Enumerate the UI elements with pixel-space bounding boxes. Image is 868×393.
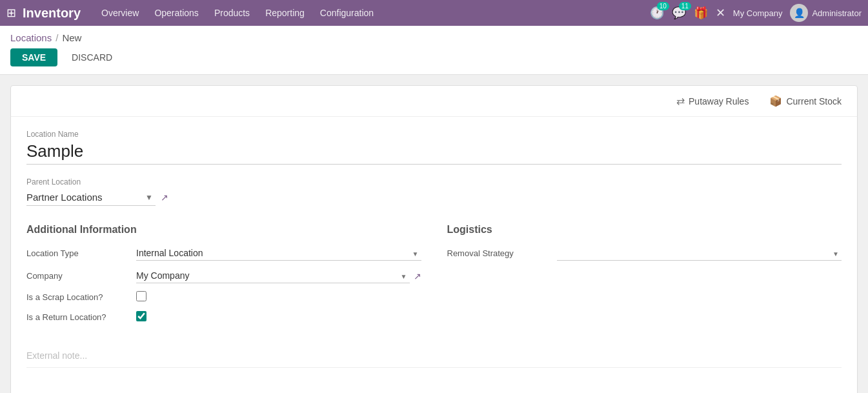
company-external-link-icon[interactable]: ↗ <box>414 271 421 281</box>
topbar: ⊞ Inventory Overview Operations Products… <box>0 0 868 26</box>
putaway-rules-icon: ⇄ <box>676 95 685 107</box>
avatar: 👤 <box>790 4 808 22</box>
discard-button[interactable]: DISCARD <box>63 48 121 66</box>
putaway-rules-label: Putaway Rules <box>689 96 749 106</box>
additional-info-section: Additional Information Location Type Int… <box>26 224 421 331</box>
messages-icon-btn[interactable]: 💬 11 <box>672 6 686 20</box>
location-name-input[interactable] <box>26 141 842 165</box>
app-logo: Inventory <box>23 6 81 21</box>
activity-badge: 10 <box>657 2 669 10</box>
additional-info-title: Additional Information <box>26 224 421 236</box>
putaway-rules-button[interactable]: ⇄ Putaway Rules <box>671 92 754 110</box>
close-icon-btn[interactable]: ✕ <box>716 6 725 20</box>
save-button[interactable]: SAVE <box>10 48 57 66</box>
logistics-section: Logistics Removal Strategy First In Firs… <box>447 224 842 331</box>
apps-icon[interactable]: ⊞ <box>6 6 16 20</box>
nav-reporting[interactable]: Reporting <box>264 5 306 21</box>
scrap-location-checkbox[interactable] <box>136 291 146 301</box>
main-content: ⇄ Putaway Rules 📦 Current Stock Location… <box>0 75 868 393</box>
location-name-label: Location Name <box>26 130 842 139</box>
action-bar: SAVE DISCARD <box>0 43 868 75</box>
breadcrumb-parent[interactable]: Locations <box>10 32 52 43</box>
topbar-right: 🕐 10 💬 11 🎁 ✕ My Company 👤 Administrator <box>650 4 862 22</box>
removal-strategy-select[interactable]: First In First Out (FIFO) Last In First … <box>557 246 842 261</box>
parent-location-row: Partner Locations ▼ ↗ <box>26 189 842 206</box>
messages-badge: 11 <box>679 2 691 10</box>
activity-icon-btn[interactable]: 🕐 10 <box>650 6 664 20</box>
user-menu[interactable]: 👤 Administrator <box>790 4 862 22</box>
close-icon: ✕ <box>716 6 725 19</box>
breadcrumb-separator: / <box>56 32 58 43</box>
removal-strategy-select-wrapper: First In First Out (FIFO) Last In First … <box>557 246 842 261</box>
nav-configuration[interactable]: Configuration <box>319 5 375 21</box>
location-type-select[interactable]: Internal Location View Receipt Delivery … <box>136 246 421 261</box>
company-label: Company <box>26 271 136 281</box>
company-select[interactable]: My Company <box>136 268 410 283</box>
company-select-wrapper: My Company <box>136 268 410 283</box>
nav-overview[interactable]: Overview <box>100 5 140 21</box>
location-type-row: Location Type Internal Location View Rec… <box>26 246 421 261</box>
current-stock-label: Current Stock <box>786 96 842 106</box>
parent-location-select[interactable]: Partner Locations <box>26 189 156 206</box>
location-type-value: Internal Location View Receipt Delivery … <box>136 246 421 261</box>
return-location-value <box>136 311 421 323</box>
parent-location-select-wrapper: Partner Locations ▼ <box>26 189 156 206</box>
parent-location-external-link-icon[interactable]: ↗ <box>161 192 168 203</box>
top-nav: Overview Operations Products Reporting C… <box>100 5 650 21</box>
nav-products[interactable]: Products <box>213 5 251 21</box>
location-type-label: Location Type <box>26 248 136 258</box>
gift-icon: 🎁 <box>694 6 708 19</box>
location-type-select-wrapper: Internal Location View Receipt Delivery … <box>136 246 421 261</box>
company-row: Company My Company ↗ <box>26 268 421 283</box>
removal-strategy-label: Removal Strategy <box>447 248 557 258</box>
removal-strategy-value: First In First Out (FIFO) Last In First … <box>557 246 842 261</box>
parent-location-label: Parent Location <box>26 177 842 186</box>
breadcrumb-current: New <box>62 32 81 43</box>
form-card-toolbar: ⇄ Putaway Rules 📦 Current Stock <box>11 86 857 117</box>
external-note-placeholder: External note... <box>26 350 87 361</box>
scrap-location-label: Is a Scrap Location? <box>26 292 136 302</box>
company-name[interactable]: My Company <box>733 8 783 18</box>
form-card: ⇄ Putaway Rules 📦 Current Stock Location… <box>10 85 858 393</box>
return-location-row: Is a Return Location? <box>26 311 421 323</box>
logistics-title: Logistics <box>447 224 842 236</box>
scrap-location-value <box>136 291 421 303</box>
return-location-label: Is a Return Location? <box>26 312 136 322</box>
user-name: Administrator <box>812 8 862 18</box>
current-stock-icon: 📦 <box>769 95 782 107</box>
return-location-checkbox[interactable] <box>136 311 146 321</box>
sections-row: Additional Information Location Type Int… <box>26 224 842 331</box>
company-value: My Company ↗ <box>136 268 421 283</box>
form-body: Location Name Parent Location Partner Lo… <box>11 117 857 381</box>
removal-strategy-row: Removal Strategy First In First Out (FIF… <box>447 246 842 261</box>
external-note[interactable]: External note... <box>26 344 842 368</box>
current-stock-button[interactable]: 📦 Current Stock <box>764 92 847 110</box>
nav-operations[interactable]: Operations <box>153 5 199 21</box>
gift-icon-btn[interactable]: 🎁 <box>694 6 708 20</box>
breadcrumb: Locations / New <box>0 26 868 43</box>
scrap-location-row: Is a Scrap Location? <box>26 291 421 303</box>
